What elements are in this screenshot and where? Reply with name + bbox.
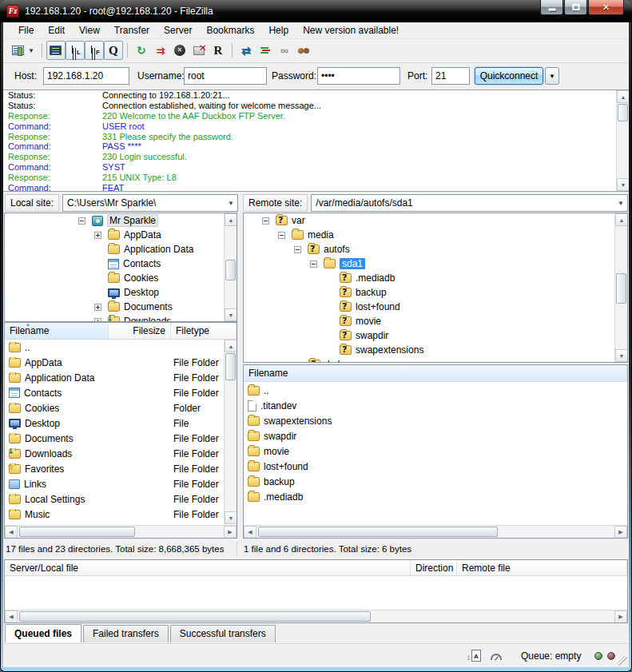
tab-failed-transfers[interactable]: Failed transfers (83, 625, 169, 642)
scroll-down-button[interactable] (225, 308, 237, 321)
menu-edit[interactable]: Edit (41, 23, 72, 38)
tree-item[interactable]: AppData (5, 228, 237, 242)
column-header-direction[interactable]: Direction (411, 560, 457, 575)
scroll-thumb[interactable] (225, 353, 236, 380)
directory-comparison-button[interactable] (237, 41, 256, 60)
file-row[interactable]: LinksFile Folder (5, 476, 224, 491)
collapse-expander-icon[interactable] (294, 246, 301, 253)
tree-item[interactable]: Documents (5, 300, 237, 314)
column-header-remote-file[interactable]: Remote file (457, 560, 627, 575)
tree-item[interactable]: sda1 (244, 256, 627, 271)
tab-successful-transfers[interactable]: Successful transfers (170, 625, 276, 642)
column-header-filetype[interactable]: Filetype (171, 323, 237, 339)
scroll-up-button[interactable] (225, 213, 237, 226)
scroll-down-button[interactable] (225, 511, 237, 524)
password-input[interactable] (317, 67, 400, 85)
toggle-queue-button[interactable] (104, 41, 123, 60)
menu-new-version[interactable]: New version available! (296, 23, 406, 38)
tree-item[interactable]: Application Data (5, 242, 237, 256)
site-manager-button[interactable] (8, 41, 27, 60)
menu-help[interactable]: Help (261, 23, 296, 38)
scroll-right-button[interactable] (224, 526, 237, 539)
quickconnect-dropdown[interactable] (545, 67, 559, 85)
tree-item[interactable]: dvd (244, 357, 627, 363)
local-tree-scrollbar[interactable] (224, 213, 237, 321)
tree-item[interactable]: backup (244, 285, 627, 300)
file-row[interactable]: swapdir (244, 428, 627, 443)
tree-item[interactable]: Desktop (5, 285, 237, 300)
filename-filters-button[interactable] (256, 41, 275, 60)
host-input[interactable] (43, 67, 129, 85)
scroll-left-button[interactable] (5, 610, 18, 623)
scroll-up-button[interactable] (225, 340, 237, 352)
tree-item[interactable]: Mr Sparkle (5, 213, 237, 228)
scroll-thumb[interactable] (225, 260, 236, 280)
site-manager-dropdown[interactable] (28, 47, 34, 54)
column-header-server-local-file[interactable]: Server/Local file (5, 560, 411, 575)
scroll-down-button[interactable] (615, 349, 628, 362)
file-row[interactable]: MusicFile Folder (5, 507, 224, 522)
file-row[interactable]: ContactsFile Folder (5, 385, 224, 400)
scroll-thumb[interactable] (19, 527, 135, 537)
chevron-down-icon[interactable] (225, 200, 237, 207)
collapse-expander-icon[interactable] (310, 260, 317, 268)
scroll-up-button[interactable] (615, 213, 628, 226)
scroll-thumb[interactable] (19, 611, 371, 622)
column-header-filesize[interactable]: Filesize (109, 323, 171, 339)
collapse-expander-icon[interactable] (262, 217, 269, 225)
file-row[interactable]: FavoritesFile Folder (5, 461, 224, 476)
tree-item[interactable]: Contacts (5, 256, 237, 271)
file-row[interactable]: backup (244, 474, 627, 489)
scroll-thumb[interactable] (616, 273, 626, 304)
toggle-message-log-button[interactable] (46, 41, 66, 60)
port-input[interactable] (431, 67, 470, 85)
tree-item[interactable]: autofs (244, 242, 627, 256)
toggle-remote-tree-button[interactable] (85, 41, 104, 60)
log-scrollbar[interactable] (616, 90, 629, 191)
file-row[interactable]: .. (244, 383, 627, 398)
scroll-right-button[interactable] (614, 526, 627, 539)
column-header-filename[interactable]: Filename (244, 365, 627, 381)
file-row[interactable]: Local SettingsFile Folder (5, 491, 224, 507)
scroll-thumb[interactable] (258, 527, 498, 537)
collapse-expander-icon[interactable] (278, 232, 285, 239)
synchronized-browsing-button[interactable] (275, 41, 294, 60)
remote-list-hscrollbar[interactable] (244, 525, 627, 538)
file-row[interactable]: .. (5, 340, 224, 355)
reconnect-button[interactable] (209, 41, 228, 60)
scroll-down-button[interactable] (617, 178, 629, 191)
tree-item[interactable]: media (244, 228, 627, 242)
scroll-left-button[interactable] (5, 526, 18, 539)
chevron-down-icon[interactable] (614, 200, 627, 207)
file-row[interactable]: CookiesFolder (5, 400, 224, 416)
file-row[interactable]: DownloadsFile Folder (5, 446, 224, 461)
file-row[interactable]: .titandev (244, 398, 627, 413)
menu-bookmarks[interactable]: Bookmarks (199, 23, 261, 38)
file-row[interactable]: movie (244, 443, 627, 459)
tree-item[interactable]: movie (244, 314, 627, 328)
local-list-hscrollbar[interactable] (5, 525, 237, 538)
remote-site-combobox[interactable]: /var/media/autofs/sda1 (311, 194, 628, 212)
find-files-button[interactable] (294, 41, 313, 60)
quickconnect-button[interactable]: Quickconnect (475, 67, 543, 85)
menu-file[interactable]: File (11, 23, 41, 38)
scroll-up-button[interactable] (617, 90, 629, 103)
menu-server[interactable]: Server (157, 23, 199, 38)
menu-transfer[interactable]: Transfer (107, 23, 157, 38)
file-row[interactable]: swapextensions (244, 413, 627, 428)
maximize-button[interactable] (564, 0, 587, 15)
file-row[interactable]: Application DataFile Folder (5, 370, 224, 385)
file-row[interactable]: DocumentsFile Folder (5, 431, 224, 446)
resize-grip[interactable] (618, 656, 627, 666)
remote-tree-scrollbar[interactable] (614, 213, 627, 362)
minimize-button[interactable] (540, 0, 563, 15)
tree-item[interactable]: swapdir (244, 328, 627, 343)
scroll-thumb[interactable] (618, 104, 628, 121)
refresh-button[interactable] (132, 41, 151, 60)
scroll-left-button[interactable] (244, 526, 256, 539)
process-queue-button[interactable] (151, 41, 170, 60)
local-site-combobox[interactable]: C:\Users\Mr Sparkle\ (62, 194, 238, 212)
tree-item[interactable]: swapextensions (244, 343, 627, 357)
tree-item[interactable]: Downloads (5, 314, 237, 322)
cancel-button[interactable] (170, 41, 189, 60)
